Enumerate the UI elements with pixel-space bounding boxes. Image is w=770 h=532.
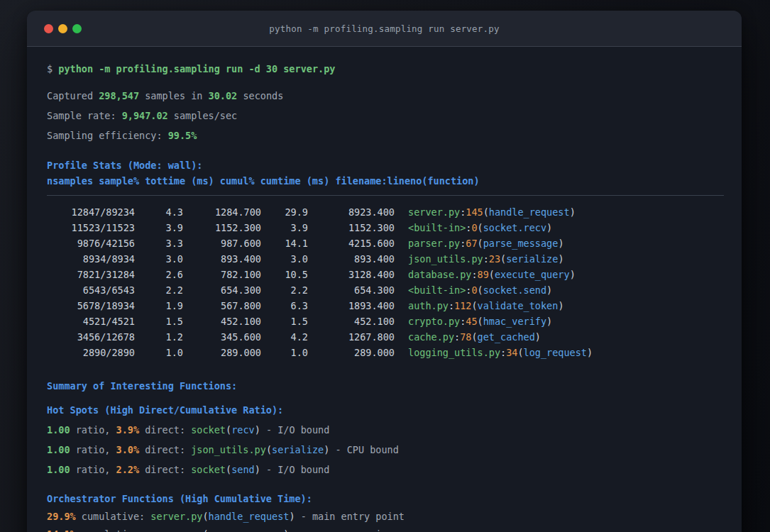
tottime-cell: 567.800 (183, 298, 261, 314)
function-location-cell: cache.py:78(get_cached) (408, 331, 541, 343)
tottime-cell: 654.300 (183, 282, 261, 298)
open-paren-token: ( (226, 464, 231, 475)
function-name-token: handle_request (209, 511, 290, 522)
colon-token: : (449, 300, 454, 311)
close-paren-token: ) (255, 424, 260, 436)
role-note: - main entry point (295, 511, 405, 522)
tottime-cell: 452.100 (183, 314, 261, 329)
sample-rate-label: Sample rate: (47, 110, 122, 121)
tottime-cell: 987.600 (183, 235, 261, 251)
lineno-token: 78 (460, 331, 471, 343)
ratio-label: ratio, (70, 424, 116, 436)
table-columns-header: nsamples sample% tottime (ms) cumul% cum… (47, 174, 724, 188)
cumtime-cell: 893.400 (308, 251, 395, 267)
open-paren-token: ( (478, 222, 483, 233)
nsamples-cell: 5678/18934 (47, 298, 135, 314)
efficiency-label: Sampling efficiency: (47, 130, 168, 141)
cumulative-label: cumulative: (76, 511, 151, 522)
cumtime-cell: 1152.300 (308, 220, 395, 235)
function-name-token: execute_query (495, 269, 570, 280)
open-paren-token: ( (202, 528, 208, 532)
hot-spots-header: Hot Spots (High Direct/Cumulative Ratio)… (47, 403, 724, 417)
direct-pct-value: 3.9% (116, 424, 140, 436)
hot-spot-line: 1.00 ratio, 2.2% direct: socket(send) - … (47, 462, 724, 477)
module-token: json_utils.py (191, 444, 266, 455)
window-title: python -m profiling.sampling run server.… (269, 23, 499, 34)
function-name-token: parse_message (483, 238, 559, 249)
close-paren-token: ) (289, 511, 295, 522)
function-location-cell: server.py:145(handle_request) (408, 206, 576, 218)
open-paren-token: ( (478, 316, 483, 327)
cumtime-cell: 654.300 (308, 282, 395, 298)
nsamples-cell: 11523/11523 (47, 220, 135, 235)
table-row: 4521/45211.5452.1001.5452.100crypto.py:4… (47, 314, 724, 329)
open-paren-token: ( (517, 347, 523, 358)
role-note: - message parsing (289, 528, 392, 532)
close-paren-token: ) (558, 253, 563, 265)
sample-pct-cell: 4.3 (135, 204, 183, 220)
terminal-body[interactable]: $ python -m profiling.sampling run -d 30… (27, 47, 742, 532)
filename-token: <built-in> (408, 284, 466, 296)
cumul-pct-cell: 3.0 (261, 251, 308, 267)
table-row: 2890/28901.0289.0001.0289.000logging_uti… (47, 345, 724, 360)
nsamples-cell: 9876/42156 (47, 235, 135, 251)
table-row: 12847/892344.31284.70029.98923.400server… (47, 204, 724, 220)
cumtime-cell: 452.100 (308, 314, 395, 329)
captured-seconds-value: 30.02 (209, 90, 238, 101)
tottime-cell: 289.000 (183, 345, 261, 360)
cumulative-pct-value: 14.1% (47, 528, 76, 532)
close-paren-token: ) (546, 222, 552, 233)
module-token: socket (191, 424, 226, 436)
function-name-token: parse_message (209, 528, 284, 532)
function-name-token: recv (231, 424, 255, 436)
sample-pct-cell: 3.3 (135, 235, 183, 251)
colon-token: : (471, 269, 477, 280)
cumtime-cell: 1267.800 (308, 329, 395, 345)
cumul-pct-cell: 14.1 (261, 235, 308, 251)
colon-token: : (500, 347, 506, 358)
nsamples-cell: 7821/31284 (47, 267, 135, 282)
sample-pct-cell: 1.9 (135, 298, 183, 314)
table-row: 3456/126781.2345.6004.21267.800cache.py:… (47, 329, 724, 345)
function-location-cell: database.py:89(execute_query) (408, 269, 576, 280)
function-location-cell: logging_utils.py:34(log_request) (408, 347, 593, 358)
close-paren-token: ) (570, 206, 576, 218)
profile-stats-table: 12847/892344.31284.70029.98923.400server… (47, 204, 724, 360)
module-token: socket (191, 464, 226, 475)
function-name-token: socket.recv (483, 222, 546, 233)
cumulative-label: cumulative: (76, 528, 151, 532)
open-paren-token: ( (266, 444, 272, 455)
tottime-cell: 782.100 (183, 267, 261, 282)
function-name-token: socket.send (483, 284, 546, 296)
module-token: parser.py (150, 528, 202, 532)
close-paren-token: ) (558, 238, 563, 249)
function-name-token: send (231, 464, 255, 475)
lineno-token: 112 (454, 300, 471, 311)
lineno-token: 23 (489, 253, 500, 265)
direct-pct-value: 2.2% (116, 464, 140, 475)
close-paren-token: ) (535, 331, 541, 343)
sample-pct-cell: 2.6 (135, 267, 183, 282)
nsamples-cell: 2890/2890 (47, 345, 135, 360)
cumul-pct-cell: 10.5 (261, 267, 308, 282)
minimize-button[interactable] (58, 24, 67, 33)
filename-token: parser.py (408, 238, 460, 249)
close-paren-token: ) (570, 269, 576, 280)
hot-spots-list: 1.00 ratio, 3.9% direct: socket(recv) - … (47, 423, 724, 477)
tottime-cell: 1152.300 (183, 220, 261, 235)
maximize-button[interactable] (72, 24, 82, 33)
cumtime-cell: 1893.400 (308, 298, 395, 314)
terminal-window: python -m profiling.sampling run server.… (27, 11, 742, 532)
colon-token: : (483, 253, 489, 265)
function-name-token: log_request (524, 347, 587, 358)
filename-token: server.py (408, 206, 460, 218)
close-paren-token: ) (546, 284, 552, 296)
open-paren-token: ( (478, 284, 483, 296)
close-paren-token: ) (255, 464, 260, 475)
cumul-pct-cell: 4.2 (261, 329, 308, 345)
ratio-value: 1.00 (47, 464, 70, 475)
direct-pct-value: 3.0% (116, 444, 140, 455)
close-button[interactable] (44, 24, 53, 33)
cumul-pct-cell: 29.9 (261, 204, 308, 220)
sample-pct-cell: 1.0 (135, 345, 183, 360)
